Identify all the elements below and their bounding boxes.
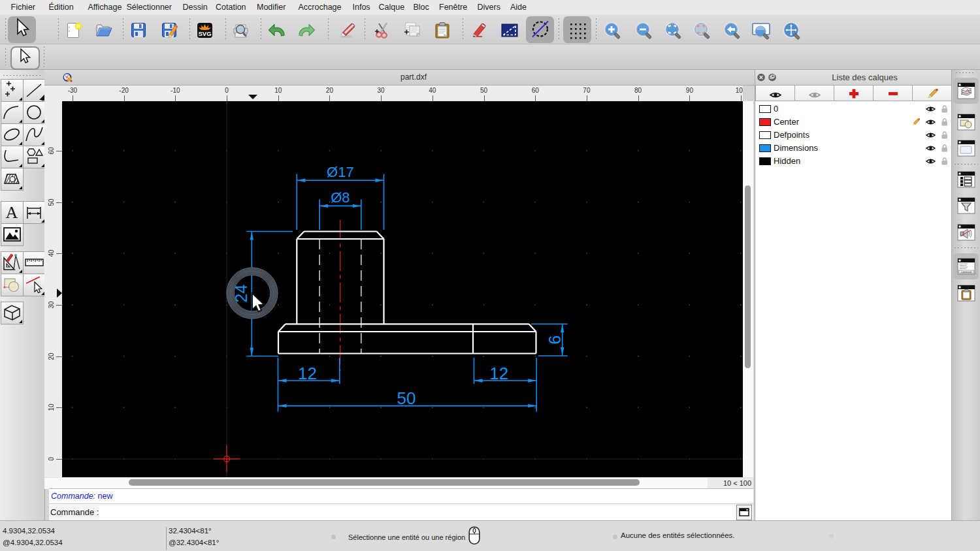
svg-text:12: 12 — [298, 364, 317, 383]
svg-text:50: 50 — [397, 388, 416, 408]
svg-text:SVG: SVG — [198, 30, 211, 37]
svg-text:Ø17: Ø17 — [327, 164, 354, 180]
svg-text:12: 12 — [489, 364, 508, 383]
svg-text:A: A — [6, 203, 18, 222]
svg-text:Ø8: Ø8 — [331, 189, 350, 206]
svg-text:6: 6 — [546, 336, 564, 345]
svg-text:command: command — [961, 270, 972, 273]
